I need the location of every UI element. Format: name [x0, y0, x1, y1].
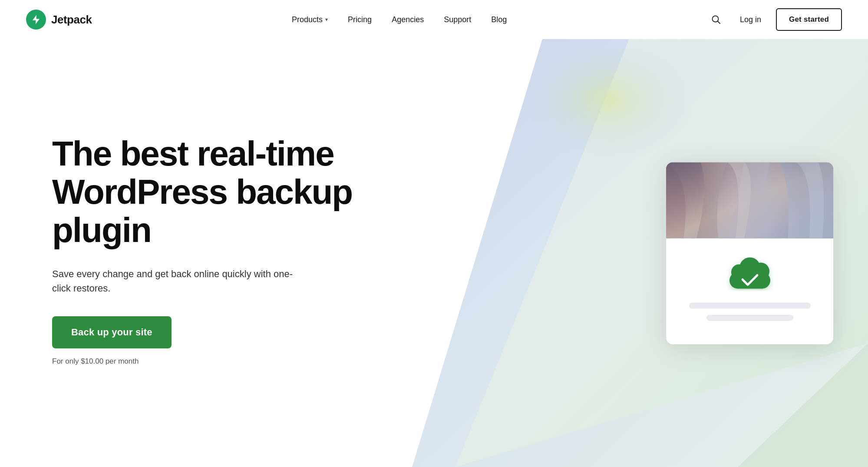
- hero-content: The best real-time WordPress backup plug…: [0, 39, 382, 366]
- hero-title: The best real-time WordPress backup plug…: [52, 135, 382, 249]
- canyon-image-svg: [666, 162, 833, 238]
- cta-backup-button[interactable]: Back up your site: [52, 316, 172, 348]
- nav-blog-label: Blog: [491, 15, 507, 24]
- nav-agencies-label: Agencies: [392, 15, 424, 24]
- success-cloud-container: [726, 255, 774, 290]
- nav-support[interactable]: Support: [436, 11, 479, 29]
- backup-card-mockup: [666, 162, 833, 344]
- card-image: [666, 162, 833, 238]
- search-icon: [711, 15, 721, 24]
- chevron-down-icon: ▾: [325, 17, 328, 23]
- card-body: [666, 238, 833, 344]
- svg-rect-6: [666, 162, 833, 238]
- main-wrapper: The best real-time WordPress backup plug…: [0, 39, 868, 467]
- nav-blog[interactable]: Blog: [483, 11, 515, 29]
- success-cloud-icon: [726, 255, 774, 290]
- logo-area[interactable]: Jetpack: [26, 10, 92, 30]
- main-nav: Products ▾ Pricing Agencies Support Blog: [284, 11, 515, 29]
- hero-subtitle: Save every change and get back online qu…: [52, 267, 304, 295]
- card-line-1: [689, 302, 811, 308]
- login-link[interactable]: Log in: [734, 11, 767, 29]
- site-header: Jetpack Products ▾ Pricing Agencies Supp…: [0, 0, 868, 39]
- card-line-2: [706, 315, 793, 321]
- header-right: Log in Get started: [707, 8, 842, 31]
- nav-pricing[interactable]: Pricing: [340, 11, 380, 29]
- pricing-note: For only $10.00 per month: [52, 357, 382, 366]
- nav-support-label: Support: [444, 15, 471, 24]
- nav-products-label: Products: [292, 15, 323, 24]
- hero-title-line1: The best real-time: [52, 134, 334, 173]
- svg-line-1: [718, 21, 720, 24]
- get-started-button[interactable]: Get started: [776, 8, 842, 31]
- nav-agencies[interactable]: Agencies: [384, 11, 432, 29]
- logo-icon: [26, 10, 46, 30]
- logo-text: Jetpack: [51, 13, 92, 26]
- nav-products[interactable]: Products ▾: [284, 11, 336, 29]
- jetpack-bolt-icon: [30, 14, 42, 25]
- hero-title-line2: WordPress backup plugin: [52, 172, 352, 249]
- nav-pricing-label: Pricing: [348, 15, 372, 24]
- search-button[interactable]: [707, 10, 725, 29]
